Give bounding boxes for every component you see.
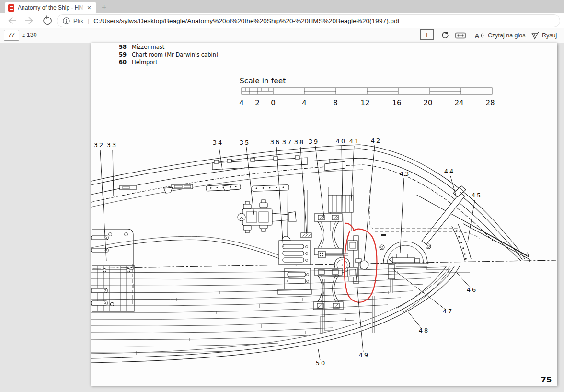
callout-leader-49 — [356, 269, 363, 352]
sternpost-band — [452, 224, 471, 260]
part-label: Helmport — [132, 59, 158, 66]
scale-tick-label: 4 — [302, 99, 307, 107]
tiller-bracket — [348, 236, 368, 284]
zoom-out-button[interactable]: − — [406, 28, 411, 43]
svg-text:A: A — [475, 32, 479, 39]
info-icon — [63, 17, 70, 24]
draw-button[interactable]: Rysuj — [531, 28, 557, 43]
tab-title-fade — [76, 4, 84, 12]
deckhouse-roof — [91, 236, 297, 265]
callout-leader-33 — [113, 150, 114, 196]
callout-41: 41 — [349, 138, 360, 145]
callout-49: 49 — [359, 351, 370, 358]
minus-icon: − — [406, 31, 411, 40]
callout-leader-32 — [100, 150, 106, 261]
browser-window: Anatomy of the Ship - HMS Bea × + — [0, 0, 564, 392]
address-bar: Plik | C:/Users/sylws/Desktop/Beagle/Ana… — [0, 13, 564, 28]
forward-button[interactable] — [24, 15, 35, 26]
rotate-icon — [441, 31, 449, 40]
part-label: Mizzenmast — [132, 44, 165, 50]
forward-arrow-icon — [24, 15, 35, 26]
callout-37: 37 — [282, 138, 293, 146]
plus-icon: + — [425, 31, 429, 39]
hull-planking — [91, 265, 460, 363]
scale-bar: Scale in feet 420481216202428 — [239, 77, 495, 107]
scale-tick-label: 28 — [485, 99, 495, 107]
scale-tick-label: 0 — [271, 99, 276, 107]
callout-33: 33 — [107, 141, 118, 149]
scale-tick-label: 4 — [239, 99, 244, 107]
file-scheme-label: Plik — [73, 17, 83, 24]
callout-43: 43 — [400, 170, 411, 177]
back-button[interactable] — [6, 15, 17, 26]
skylight — [380, 242, 431, 264]
pdf-file-icon — [8, 4, 14, 12]
tab-bar: Anatomy of the Ship - HMS Bea × + — [0, 0, 564, 13]
tiller-spar — [422, 186, 466, 244]
scale-tick-label: 12 — [360, 99, 369, 107]
callout-46: 46 — [467, 286, 478, 293]
ship-plan-drawing: 58Mizzenmast59Chart room (Mr Darwin's ca… — [91, 43, 557, 386]
callout-leader-46 — [457, 273, 470, 288]
pdf-viewport[interactable]: 58Mizzenmast59Chart room (Mr Darwin's ca… — [0, 43, 564, 392]
scale-tick-label: 8 — [333, 99, 338, 107]
page-number-input[interactable]: 77 — [4, 30, 19, 41]
callout-leader-39 — [315, 146, 324, 220]
pdf-toolbar: 77 z 130 − + A Czytaj na głos — [0, 28, 564, 43]
new-tab-button[interactable]: + — [99, 2, 109, 12]
rail-fittings — [120, 156, 345, 193]
callout-34: 34 — [213, 139, 224, 146]
toolbar-separator — [526, 32, 526, 39]
callout-45: 45 — [472, 192, 483, 199]
page-number: 75 — [541, 375, 552, 384]
close-icon[interactable]: × — [85, 4, 93, 12]
callout-39: 39 — [309, 138, 320, 145]
zoom-in-button[interactable]: + — [420, 29, 434, 40]
read-aloud-icon: A — [475, 32, 485, 39]
part-number: 59 — [119, 51, 127, 58]
refresh-button[interactable] — [42, 15, 54, 26]
part-number: 60 — [119, 59, 127, 66]
scale-tick-label: 2 — [255, 99, 260, 107]
tab-title: Anatomy of the Ship - HMS Bea — [18, 4, 84, 11]
url-text: C:/Users/sylws/Desktop/Beagle/Anatomy%20… — [93, 17, 399, 24]
draw-pen-icon — [531, 32, 539, 40]
part-label: Chart room (Mr Darwin's cabin) — [132, 51, 218, 58]
parts-list: 58Mizzenmast59Chart room (Mr Darwin's ca… — [119, 44, 218, 66]
callout-42: 42 — [371, 137, 382, 144]
part-number: 58 — [119, 44, 127, 50]
pdf-page: 58Mizzenmast59Chart room (Mr Darwin's ca… — [91, 43, 557, 386]
page-count-label: z 130 — [22, 32, 37, 38]
back-arrow-icon — [6, 15, 17, 26]
centerline — [93, 260, 556, 268]
callout-leader-47 — [393, 269, 446, 310]
scale-tick-label: 24 — [454, 99, 463, 107]
read-aloud-label: Czytaj na głos — [488, 32, 526, 39]
callout-leader-50 — [318, 349, 320, 360]
callout-36: 36 — [270, 138, 281, 146]
callout-38: 38 — [294, 138, 305, 146]
callout-leader-45 — [468, 200, 475, 242]
toolbar-separator — [561, 32, 561, 39]
callout-44: 44 — [444, 168, 455, 175]
fit-width-button[interactable] — [455, 28, 466, 43]
scale-tick-label: 20 — [423, 99, 432, 107]
rotate-button[interactable] — [441, 28, 449, 43]
active-tab[interactable]: Anatomy of the Ship - HMS Bea × — [5, 2, 96, 13]
scale-tick-label: 16 — [392, 99, 401, 107]
address-field[interactable]: Plik | C:/Users/sylws/Desktop/Beagle/Ana… — [57, 14, 560, 27]
read-aloud-button[interactable]: A Czytaj na głos — [475, 28, 526, 43]
plus-icon: + — [101, 2, 106, 12]
fit-width-icon — [455, 32, 466, 39]
toolbar-separator — [470, 32, 470, 39]
draw-label: Rysuj — [542, 32, 557, 39]
callout-32: 32 — [94, 141, 105, 149]
callout-47: 47 — [443, 308, 454, 315]
callout-leader-42 — [364, 145, 375, 260]
refresh-icon — [42, 15, 54, 26]
callout-50: 50 — [316, 359, 327, 367]
scale-title: Scale in feet — [240, 77, 286, 85]
callout-leader-41 — [351, 146, 354, 201]
callout-40: 40 — [336, 138, 347, 145]
address-separator: | — [88, 17, 89, 24]
